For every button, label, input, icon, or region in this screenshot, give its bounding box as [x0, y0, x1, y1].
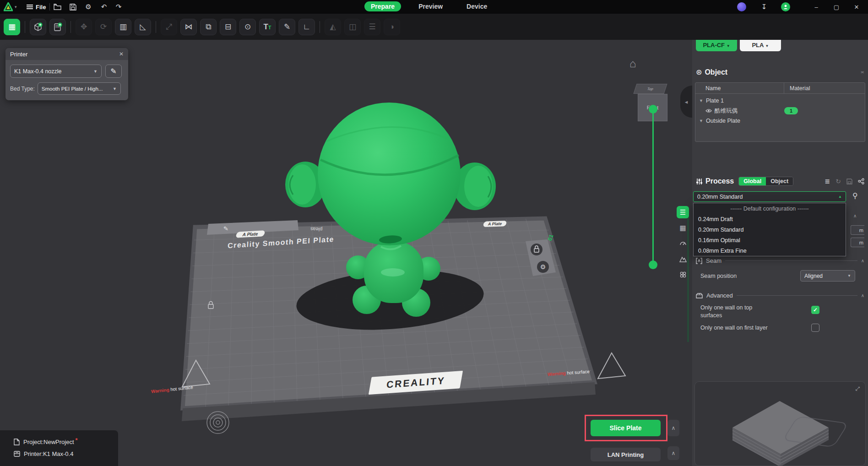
reset-button[interactable]: ↻ — [835, 178, 841, 185]
only-one-wall-first-checkbox[interactable]: ✓ — [811, 324, 819, 332]
collapse-section-icon[interactable]: ≍ — [861, 70, 864, 75]
seam-position-select[interactable]: Aligned ▼ — [800, 270, 855, 282]
object-section-icon: ⊛ — [696, 68, 702, 76]
printer-panel-title: Printer — [10, 51, 27, 58]
3d-viewport[interactable]: ⚙ — [0, 40, 692, 466]
parameter-list-button[interactable]: ☰ — [677, 206, 689, 218]
hidden-field-unit: m — [851, 225, 864, 235]
object-row-plate1[interactable]: ▼ Plate 1 — [695, 96, 865, 106]
cut-icon: ◫ — [349, 22, 356, 32]
paint-tool[interactable]: ◑ — [384, 19, 400, 35]
tab-preview[interactable]: Preview — [412, 1, 449, 11]
redo-icon: ↷ — [116, 3, 122, 11]
file-menu-label: File — [36, 4, 46, 11]
material-badge[interactable]: 1 — [784, 107, 798, 114]
dropdown-option-draft[interactable]: 0.24mm Draft — [694, 214, 846, 224]
clone-tool[interactable]: ⧉ — [200, 19, 217, 35]
file-menu[interactable]: File — [27, 0, 46, 14]
tree-expand-icon[interactable]: ▼ — [699, 98, 703, 103]
app-logo[interactable]: ▾ — [4, 0, 17, 14]
home-icon: ⌂ — [629, 57, 636, 70]
column-header-name[interactable]: Name — [695, 83, 784, 93]
preset-combobox[interactable]: 0.20mm Standard ▲ — [693, 191, 846, 202]
save-preset-icon[interactable] — [846, 179, 852, 184]
plate-settings-button[interactable]: ▦ — [677, 222, 689, 234]
cloud-badge-icon[interactable] — [737, 2, 746, 11]
lay-on-face-tool[interactable]: ◺ — [135, 19, 151, 35]
printer-select[interactable]: K1 Max-0.4 nozzle▼ — [10, 65, 102, 78]
object-row-outside[interactable]: ▼ Outside Plate — [695, 116, 865, 126]
lan-printing-button[interactable]: LAN Printing — [591, 448, 661, 461]
undo-button[interactable]: ↶ — [98, 0, 110, 14]
tab-object[interactable]: Object — [766, 177, 793, 185]
collapse-section-icon[interactable]: ∧ — [861, 258, 864, 263]
dropdown-option-extrafine[interactable]: 0.08mm Extra Fine — [694, 245, 846, 256]
settings-button[interactable]: ⚙ — [82, 0, 94, 14]
drill-tool[interactable]: ⊙ — [239, 19, 256, 35]
preview-card: ⤢ — [694, 381, 866, 466]
home-view-button[interactable]: ⌂ — [629, 57, 636, 70]
search-preset-icon[interactable]: ⚲ — [852, 191, 858, 200]
support-tool[interactable]: ◭ — [325, 19, 341, 35]
maximize-button[interactable]: ▢ — [830, 0, 843, 14]
chevron-down-icon: ▼ — [765, 44, 769, 48]
object-row-model[interactable]: 酷维玩偶 1 — [695, 106, 865, 116]
plate-icon: ▦ — [679, 224, 686, 232]
lan-options-button[interactable]: ∧ — [667, 446, 679, 460]
redo-button[interactable]: ↷ — [113, 0, 125, 14]
build-plate-tool[interactable]: ▦ — [4, 19, 20, 35]
slice-options-button[interactable]: ∧ — [667, 420, 679, 436]
gauge-icon — [679, 240, 687, 247]
plate-pencil-icon[interactable]: ✎ — [223, 225, 229, 233]
save-button[interactable] — [67, 0, 79, 14]
add-plate-tool[interactable] — [49, 19, 66, 35]
measure-tool[interactable]: ∟ — [298, 19, 315, 35]
add-model-tool[interactable] — [30, 19, 46, 35]
mirror-tool[interactable]: ⋈ — [180, 19, 197, 35]
collapse-section-icon[interactable]: ∧ — [861, 293, 864, 298]
tab-prepare[interactable]: Prepare — [364, 1, 401, 11]
more-tools-button[interactable] — [677, 268, 689, 281]
tab-global[interactable]: Global — [739, 177, 766, 185]
close-button[interactable]: ✕ — [850, 0, 863, 14]
download-button[interactable]: ↧ — [758, 0, 770, 14]
section-slider-bottom-handle[interactable] — [649, 260, 657, 269]
fingerprint-texture — [207, 412, 229, 433]
quality-collapse-icon[interactable]: ∧ — [853, 213, 857, 218]
support-paint-button[interactable] — [677, 253, 689, 265]
pen-icon: ✎ — [284, 22, 290, 32]
tab-device[interactable]: Device — [460, 1, 494, 11]
scale-tool[interactable]: ⤢ — [161, 19, 177, 35]
bed-type-select[interactable]: Smooth PEI Plate / High...▼ — [38, 82, 121, 95]
compare-nodes-icon[interactable] — [858, 178, 864, 184]
open-file-button[interactable] — [51, 0, 63, 14]
text-tool[interactable]: TT — [259, 19, 276, 35]
preset-list-button[interactable]: ≣ — [825, 178, 830, 185]
plate-name-tab-right[interactable]: A Plate — [483, 221, 507, 227]
rotate-tool[interactable]: ⟳ — [95, 19, 112, 35]
cut-tool[interactable]: ◫ — [344, 19, 361, 35]
sketch-tool[interactable]: ✎ — [279, 19, 295, 35]
edit-printer-button[interactable]: ✎ — [105, 65, 122, 78]
minimize-button[interactable]: – — [809, 0, 823, 14]
speed-button[interactable] — [677, 237, 689, 249]
move-tool[interactable]: ✥ — [76, 19, 92, 35]
dropdown-option-optimal[interactable]: 0.16mm Optimal — [694, 235, 846, 245]
column-header-material[interactable]: Material — [784, 85, 810, 92]
creality-print-window: ▾ File ⚙ ↶ ↷ Prepare Preview Device ↧ – … — [0, 0, 868, 466]
section-slider-top-handle[interactable] — [649, 105, 657, 114]
expand-icon[interactable]: ⤢ — [855, 385, 860, 392]
view-cube[interactable]: Top Front — [632, 84, 669, 122]
tree-expand-icon[interactable]: ▼ — [699, 119, 703, 123]
slice-plate-button[interactable]: Slice Plate — [591, 420, 661, 436]
auto-arrange-tool[interactable]: ▥ — [115, 19, 131, 35]
close-icon[interactable]: ✕ — [119, 51, 124, 57]
infill-tool[interactable]: ☰ — [364, 19, 380, 35]
dropdown-option-standard[interactable]: 0.20mm Standard — [694, 224, 846, 235]
split-tool[interactable]: ⊟ — [220, 19, 236, 35]
section-slider-track[interactable] — [652, 109, 654, 265]
view-cube-top[interactable]: Top — [633, 84, 667, 94]
user-avatar[interactable] — [781, 2, 790, 11]
only-one-wall-top-checkbox[interactable]: ✓ — [811, 306, 819, 314]
visibility-eye-icon[interactable] — [705, 108, 712, 113]
